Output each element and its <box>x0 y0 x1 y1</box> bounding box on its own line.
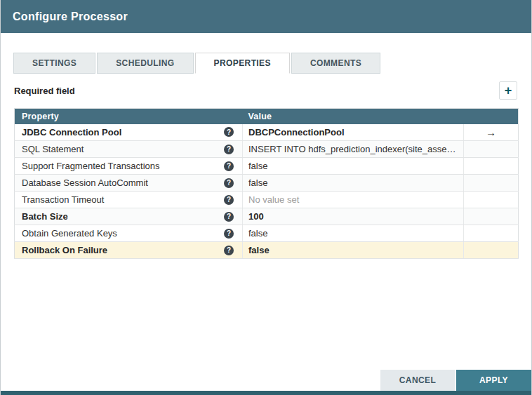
bottom-accent-bar <box>1 391 531 395</box>
property-value-cell[interactable]: false <box>243 242 464 259</box>
help-icon[interactable]: ? <box>224 161 234 171</box>
property-name: Batch Size <box>22 211 68 222</box>
property-name: SQL Statement <box>22 144 84 154</box>
help-icon[interactable]: ? <box>224 195 234 205</box>
property-value-cell[interactable]: DBCPConnectionPool <box>243 124 464 141</box>
tab-scheduling[interactable]: SCHEDULING <box>97 53 193 74</box>
property-row: JDBC Connection Pool ? DBCPConnectionPoo… <box>15 124 519 141</box>
property-name-cell: Batch Size ? <box>15 208 243 225</box>
add-property-button[interactable]: + <box>499 81 517 100</box>
table-header-row: Property Value <box>15 109 519 124</box>
property-name-cell: SQL Statement ? <box>15 141 243 158</box>
tab-bar: SETTINGS SCHEDULING PROPERTIES COMMENTS <box>13 53 519 74</box>
property-name-cell: Transaction Timeout ? <box>15 192 243 208</box>
help-icon[interactable]: ? <box>224 127 234 137</box>
property-row: Batch Size ? 100 <box>15 208 519 225</box>
go-to-service-cell <box>464 208 519 225</box>
required-field-label: Required field <box>14 86 75 96</box>
property-row: Database Session AutoCommit ? false <box>15 175 519 192</box>
go-to-service-cell <box>464 225 519 242</box>
help-icon[interactable]: ? <box>224 212 234 222</box>
property-name-cell: Database Session AutoCommit ? <box>15 175 243 192</box>
go-to-service-cell <box>464 141 519 158</box>
dialog-header: Configure Processor <box>1 0 531 33</box>
property-value-cell[interactable]: false <box>243 175 464 192</box>
property-value: false <box>248 228 267 239</box>
property-name: Rollback On Failure <box>22 245 107 255</box>
property-value: false <box>248 161 267 171</box>
property-row: Obtain Generated Keys ? false <box>15 225 519 242</box>
help-icon[interactable]: ? <box>224 178 234 188</box>
configure-processor-dialog: Configure Processor SETTINGS SCHEDULING … <box>0 0 532 395</box>
property-value-cell[interactable]: 100 <box>243 208 464 225</box>
help-icon[interactable]: ? <box>224 229 234 239</box>
help-icon[interactable]: ? <box>224 246 234 255</box>
dialog-footer: CANCEL APPLY <box>380 370 531 391</box>
property-name-cell: Obtain Generated Keys ? <box>15 225 243 242</box>
help-icon[interactable]: ? <box>224 145 234 154</box>
property-value: INSERT INTO hdfs_prediction_indexer(site… <box>248 144 464 154</box>
property-column-header: Property <box>15 109 243 124</box>
properties-table-body: JDBC Connection Pool ? DBCPConnectionPoo… <box>15 124 519 259</box>
tab-comments[interactable]: COMMENTS <box>291 53 380 74</box>
go-to-service-cell <box>464 192 519 208</box>
tab-properties[interactable]: PROPERTIES <box>195 53 290 74</box>
property-name: JDBC Connection Pool <box>22 127 121 138</box>
plus-icon: + <box>505 84 512 97</box>
property-value-cell[interactable]: INSERT INTO hdfs_prediction_indexer(site… <box>243 141 464 158</box>
go-to-service-cell <box>464 175 519 192</box>
property-name: Database Session AutoCommit <box>22 178 148 188</box>
actions-column-header <box>464 109 519 124</box>
property-name: Support Fragmented Transactions <box>22 161 160 171</box>
dialog-title: Configure Processor <box>1 11 128 23</box>
cancel-button[interactable]: CANCEL <box>380 370 455 391</box>
property-row: Rollback On Failure ? false <box>15 242 519 259</box>
property-row: Support Fragmented Transactions ? false <box>15 158 519 175</box>
property-value: 100 <box>248 211 264 222</box>
apply-button[interactable]: APPLY <box>456 370 531 391</box>
value-column-header: Value <box>243 109 464 124</box>
property-value: false <box>248 245 270 255</box>
property-row: Transaction Timeout ? No value set <box>15 192 519 208</box>
property-value-cell[interactable]: false <box>243 158 464 175</box>
go-to-service-cell: → <box>464 124 519 141</box>
tab-settings[interactable]: SETTINGS <box>13 53 95 74</box>
property-value: DBCPConnectionPool <box>248 127 345 138</box>
properties-toolbar: Required field + <box>14 80 517 101</box>
property-value: false <box>248 178 267 188</box>
property-row: SQL Statement ? INSERT INTO hdfs_predict… <box>15 141 519 158</box>
property-name: Obtain Generated Keys <box>22 228 117 239</box>
property-value-cell[interactable]: false <box>243 225 464 242</box>
property-name-cell: JDBC Connection Pool ? <box>15 124 243 141</box>
properties-table: Property Value JDBC Connection Pool ? DB… <box>14 108 519 259</box>
property-name-cell: Support Fragmented Transactions ? <box>15 158 243 175</box>
property-value-cell[interactable]: No value set <box>243 192 464 208</box>
property-name: Transaction Timeout <box>22 194 104 205</box>
go-to-service-cell <box>464 242 519 259</box>
go-to-service-cell <box>464 158 519 175</box>
property-value: No value set <box>248 194 299 205</box>
property-name-cell: Rollback On Failure ? <box>15 242 243 259</box>
go-to-service-icon[interactable]: → <box>486 126 496 138</box>
